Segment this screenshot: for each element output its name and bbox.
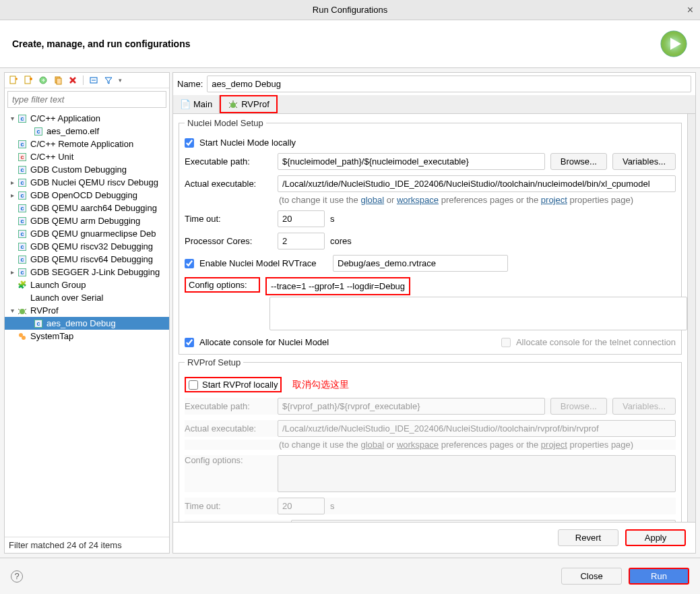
tree-item-icon: c: [17, 114, 28, 123]
alloc-telnet-check: [501, 338, 511, 347]
filter-icon[interactable]: [104, 76, 113, 85]
page-title: Create, manage, and run configurations: [12, 38, 191, 49]
start-nuclei-check[interactable]: [185, 138, 194, 148]
workspace-link[interactable]: workspace: [397, 195, 439, 205]
variables-button[interactable]: Variables...: [612, 153, 676, 170]
tree-item-icon: c: [17, 229, 28, 239]
tree-item[interactable]: ▾cC/C++ Application: [5, 112, 169, 125]
start-rvprof-check[interactable]: [189, 380, 198, 390]
rvprof-timeout-input: [278, 498, 325, 514]
config-tree[interactable]: ▾cC/C++ Applicationcaes_demo.elfcC/C++ R…: [5, 111, 169, 537]
tree-item-icon: c: [17, 152, 28, 162]
tree-item-label: GDB QEMU riscv64 Debugging: [30, 254, 153, 264]
nuclei-group: Nuclei Model Setup Start Nuclei Mode loc…: [179, 118, 682, 355]
tree-item[interactable]: caes_demo.elf: [5, 125, 169, 138]
twist-icon[interactable]: ▸: [7, 179, 17, 186]
close-icon[interactable]: ×: [687, 4, 693, 16]
tree-item[interactable]: cGDB QEMU riscv64 Debugging: [5, 253, 169, 266]
svg-rect-4: [25, 76, 30, 84]
tree-item[interactable]: cGDB QEMU riscv32 Debugging: [5, 240, 169, 253]
header: Create, manage, and run configurations: [0, 20, 700, 68]
tree-item-label: GDB QEMU arm Debugging: [30, 216, 140, 226]
tree-item-label: Launch over Serial: [30, 293, 103, 303]
titlebar: Run Configurations ×: [0, 0, 700, 20]
tree-item[interactable]: cGDB Custom Debugging: [5, 163, 169, 176]
tree-item-icon: c: [17, 140, 28, 149]
svg-point-5: [30, 78, 32, 80]
run-icon: [660, 30, 688, 58]
tree-item-icon: c: [17, 178, 28, 187]
timeout-unit: s: [330, 214, 335, 224]
export-icon[interactable]: [38, 76, 48, 85]
tree-item-icon: c: [33, 127, 44, 136]
tree-item-label: C/C++ Unit: [30, 152, 73, 162]
close-button[interactable]: Close: [561, 568, 622, 585]
tree-item-icon: c: [17, 204, 28, 213]
filter-input[interactable]: [7, 91, 166, 108]
rvtrace-check[interactable]: [185, 259, 194, 268]
tree-item-label: GDB QEMU aarch64 Debugging: [30, 203, 157, 213]
tree-item[interactable]: cGDB QEMU gnuarmeclipse Deb: [5, 227, 169, 240]
tree-item-icon: c: [17, 268, 28, 277]
tree-item[interactable]: ▾RVProf: [5, 304, 169, 317]
twist-icon[interactable]: ▾: [7, 307, 17, 314]
apply-button[interactable]: Apply: [625, 529, 686, 546]
tree-item[interactable]: ▸cGDB SEGGER J-Link Debugging: [5, 266, 169, 278]
window-title: Run Configurations: [313, 5, 387, 15]
svg-point-13: [230, 102, 236, 108]
exec-path-input[interactable]: [278, 153, 545, 170]
rvprof-exec-label: Executable path:: [185, 401, 272, 411]
tree-item[interactable]: Launch over Serial: [5, 291, 169, 304]
tree-toolbar: ▾: [5, 73, 169, 88]
rvtrace-input[interactable]: [333, 255, 508, 272]
new-icon[interactable]: [9, 76, 18, 85]
scrollbar[interactable]: [687, 114, 695, 522]
tree-item-label: C/C++ Remote Application: [30, 139, 133, 149]
run-button[interactable]: Run: [629, 568, 689, 585]
tree-item[interactable]: cC/C++ Unit: [5, 150, 169, 163]
rvprof-variables-button: Variables...: [612, 398, 676, 415]
config-options-textarea[interactable]: [269, 297, 687, 330]
name-label: Name:: [177, 79, 203, 89]
tree-item[interactable]: ▸cGDB Nuclei QEMU riscv Debugg: [5, 176, 169, 189]
cores-unit: cores: [330, 236, 352, 246]
global-link[interactable]: global: [360, 195, 384, 205]
tree-item[interactable]: ▸cGDB OpenOCD Debugging: [5, 189, 169, 202]
collapse-icon[interactable]: [89, 76, 98, 85]
twist-icon[interactable]: ▸: [7, 268, 17, 276]
new-proto-icon[interactable]: [24, 76, 33, 85]
config-options-label: Config options:: [189, 280, 256, 290]
twist-icon[interactable]: ▾: [7, 115, 17, 122]
project-link-2: project: [541, 440, 567, 450]
help-icon[interactable]: ?: [11, 570, 23, 583]
tree-item[interactable]: cGDB QEMU arm Debugging: [5, 214, 169, 227]
tree-item-icon: c: [17, 255, 28, 264]
tree-item[interactable]: 🧩Launch Group: [5, 278, 169, 291]
timeout-input[interactable]: [278, 210, 325, 227]
tree-item-label: C/C++ Application: [30, 113, 100, 123]
tabs: 📄 Main RVProf: [173, 95, 695, 114]
start-rvprof-highlight: Start RVProf locally: [185, 377, 282, 392]
cores-input[interactable]: [278, 233, 325, 249]
twist-icon[interactable]: ▸: [7, 191, 17, 199]
name-input[interactable]: [207, 76, 691, 92]
tree-item[interactable]: cC/C++ Remote Application: [5, 138, 169, 150]
project-link[interactable]: project: [541, 195, 567, 205]
tree-item[interactable]: caes_demo Debug: [5, 317, 169, 330]
tree-item-label: Launch Group: [30, 280, 86, 290]
timeout-label: Time out:: [185, 214, 272, 224]
delete-icon[interactable]: [68, 76, 77, 85]
copy-icon[interactable]: [53, 76, 63, 85]
tree-item-icon: c: [17, 165, 28, 175]
tree-item[interactable]: SystemTap: [5, 330, 169, 343]
hint-text: (to change it use the global or workspac…: [185, 195, 676, 205]
workspace-link-2: workspace: [397, 440, 439, 450]
tab-main[interactable]: 📄 Main: [173, 95, 220, 113]
rvprof-actual-label: Actual executable:: [185, 423, 272, 434]
alloc-console-check[interactable]: [185, 338, 194, 347]
tree-item[interactable]: cGDB QEMU aarch64 Debugging: [5, 202, 169, 214]
revert-button[interactable]: Revert: [558, 529, 618, 546]
bug-icon: [228, 100, 238, 109]
tab-rvprof[interactable]: RVProf: [220, 95, 278, 113]
browse-button[interactable]: Browse...: [550, 153, 607, 170]
